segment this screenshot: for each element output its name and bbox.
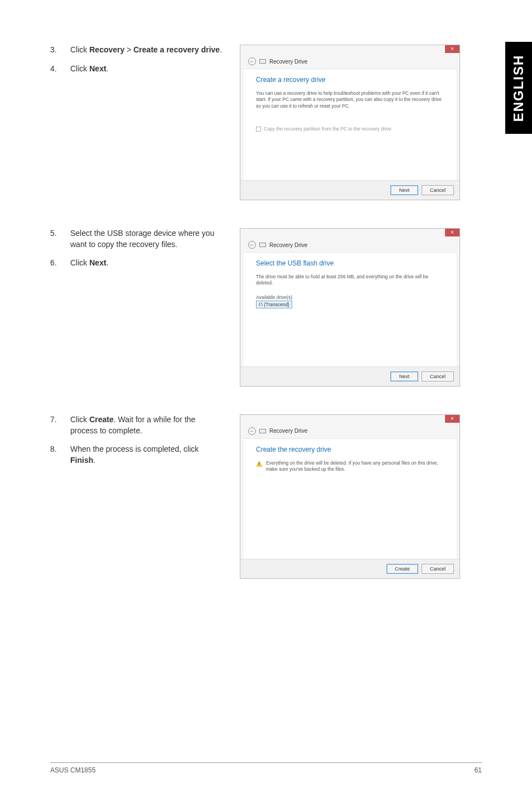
warning-text: Everything on the drive will be deleted.…: [266, 460, 444, 473]
step-number: 8.: [50, 444, 58, 466]
step-number: 4.: [50, 64, 58, 75]
dialog-breadcrumb: ← Recovery Drive: [240, 55, 460, 66]
dialog-body: Create the recovery drive Everything on …: [244, 438, 456, 559]
instruction-block-2: 5. Select the USB storage device where y…: [50, 228, 482, 386]
recovery-dialog-select-usb: × ← Recovery Drive Select the USB flash …: [240, 228, 460, 386]
next-button[interactable]: Next: [390, 185, 418, 195]
step-number: 6.: [50, 258, 58, 269]
close-button[interactable]: ×: [445, 415, 460, 423]
step-text: Select the USB storage device where you …: [70, 228, 223, 250]
dialog-body: Select the USB flash drive The drive mus…: [244, 252, 456, 366]
dialog-heading: Select the USB flash drive: [256, 259, 444, 267]
close-button[interactable]: ×: [445, 45, 460, 53]
cancel-button[interactable]: Cancel: [422, 185, 454, 195]
dialog-heading: Create a recovery drive: [256, 76, 444, 84]
step-6: 6. Click Next.: [50, 258, 223, 269]
drive-icon: [259, 59, 266, 64]
back-arrow-icon[interactable]: ←: [248, 241, 256, 249]
dialog-col-3: × ← Recovery Drive Create the recovery d…: [240, 414, 482, 579]
step-text: Click Next.: [70, 258, 223, 269]
page-content: 3. Click Recovery > Create a recovery dr…: [0, 0, 532, 802]
page-footer: ASUS CM1855 61: [50, 762, 482, 774]
breadcrumb-label: Recovery Drive: [269, 242, 307, 248]
dialog-heading: Create the recovery drive: [256, 446, 444, 453]
instruction-block-1: 3. Click Recovery > Create a recovery dr…: [50, 45, 482, 200]
checkbox-icon[interactable]: [256, 127, 261, 132]
dialog-breadcrumb: ← Recovery Drive: [240, 239, 460, 250]
cancel-button[interactable]: Cancel: [422, 371, 454, 381]
dialog-description: You can use a recovery drive to help tro…: [256, 90, 444, 109]
dialog-description: The drive must be able to hold at least …: [256, 274, 444, 287]
steps-col-2: 5. Select the USB storage device where y…: [50, 228, 223, 386]
cancel-button[interactable]: Cancel: [422, 564, 454, 574]
checkbox-label: Copy the recovery partition from the PC …: [264, 126, 393, 132]
footer-product: ASUS CM1855: [50, 766, 95, 774]
create-button[interactable]: Create: [386, 564, 418, 574]
recovery-dialog-create: × ← Recovery Drive Create a recovery dri…: [240, 45, 460, 200]
copy-partition-checkbox-row: Copy the recovery partition from the PC …: [256, 126, 444, 132]
breadcrumb-label: Recovery Drive: [269, 428, 307, 434]
step-7: 7. Click Create. Wait for a while for th…: [50, 414, 223, 436]
step-number: 5.: [50, 228, 58, 250]
drive-icon: [259, 243, 266, 247]
next-button[interactable]: Next: [390, 371, 418, 381]
step-3: 3. Click Recovery > Create a recovery dr…: [50, 45, 223, 56]
steps-col-3: 7. Click Create. Wait for a while for th…: [50, 414, 223, 579]
warning-icon: [256, 461, 263, 467]
footer-page-number: 61: [475, 766, 482, 774]
step-8: 8. When the process is completed, click …: [50, 444, 223, 466]
dialog-titlebar: ×: [240, 45, 460, 55]
step-number: 7.: [50, 414, 58, 436]
step-text: Click Next.: [70, 64, 223, 75]
step-text: When the process is completed, click Fin…: [70, 444, 223, 466]
warning-row: Everything on the drive will be deleted.…: [256, 460, 444, 473]
step-5: 5. Select the USB storage device where y…: [50, 228, 223, 250]
dialog-col-1: × ← Recovery Drive Create a recovery dri…: [240, 45, 482, 200]
step-4: 4. Click Next.: [50, 64, 223, 75]
drive-icon: [259, 429, 266, 433]
breadcrumb-label: Recovery Drive: [269, 59, 307, 65]
dialog-footer: Create Cancel: [240, 559, 460, 578]
back-arrow-icon[interactable]: ←: [248, 427, 256, 435]
available-drive-item[interactable]: I:\ (Transcend): [256, 301, 292, 308]
instruction-block-3: 7. Click Create. Wait for a while for th…: [50, 414, 482, 579]
dialog-titlebar: ×: [240, 229, 460, 239]
step-number: 3.: [50, 45, 58, 56]
available-drives-label: Available drive(s): [256, 294, 444, 300]
dialog-titlebar: ×: [240, 415, 460, 425]
dialog-breadcrumb: ← Recovery Drive: [240, 425, 460, 436]
dialog-footer: Next Cancel: [240, 366, 460, 386]
dialog-footer: Next Cancel: [240, 180, 460, 200]
back-arrow-icon[interactable]: ←: [248, 57, 256, 65]
recovery-dialog-confirm: × ← Recovery Drive Create the recovery d…: [240, 414, 460, 579]
step-text: Click Recovery > Create a recovery drive…: [70, 45, 223, 56]
step-text: Click Create. Wait for a while for the p…: [70, 414, 223, 436]
dialog-body: Create a recovery drive You can use a re…: [244, 69, 456, 180]
dialog-col-2: × ← Recovery Drive Select the USB flash …: [240, 228, 482, 386]
close-button[interactable]: ×: [445, 229, 460, 236]
steps-col-1: 3. Click Recovery > Create a recovery dr…: [50, 45, 223, 200]
